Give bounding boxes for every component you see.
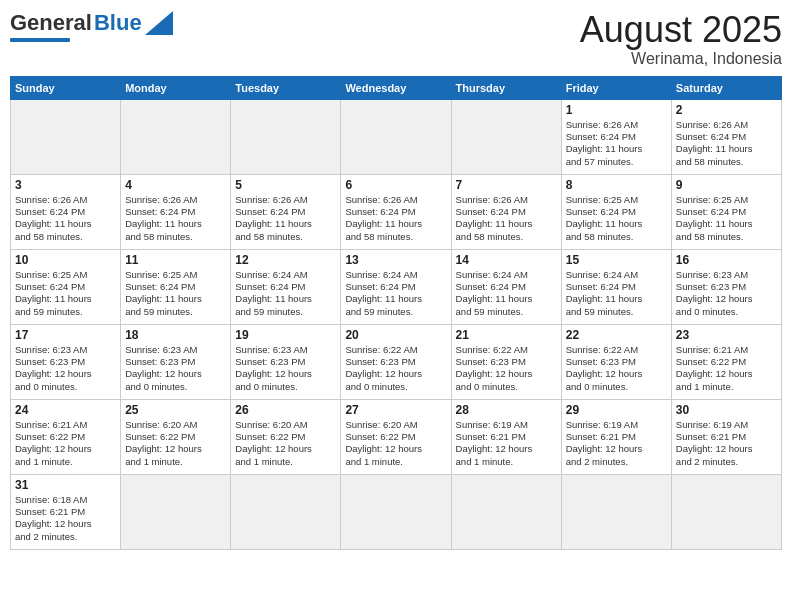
calendar-cell xyxy=(341,99,451,174)
calendar-cell xyxy=(451,474,561,549)
day-number: 5 xyxy=(235,178,336,192)
day-info: Sunrise: 6:22 AM Sunset: 6:23 PM Dayligh… xyxy=(566,344,667,393)
calendar-table: SundayMondayTuesdayWednesdayThursdayFrid… xyxy=(10,76,782,550)
day-info: Sunrise: 6:25 AM Sunset: 6:24 PM Dayligh… xyxy=(566,194,667,243)
day-info: Sunrise: 6:19 AM Sunset: 6:21 PM Dayligh… xyxy=(676,419,777,468)
day-header-thursday: Thursday xyxy=(451,76,561,99)
day-number: 3 xyxy=(15,178,116,192)
day-number: 8 xyxy=(566,178,667,192)
calendar-week-row: 17Sunrise: 6:23 AM Sunset: 6:23 PM Dayli… xyxy=(11,324,782,399)
day-number: 28 xyxy=(456,403,557,417)
calendar-cell: 28Sunrise: 6:19 AM Sunset: 6:21 PM Dayli… xyxy=(451,399,561,474)
day-number: 22 xyxy=(566,328,667,342)
day-info: Sunrise: 6:20 AM Sunset: 6:22 PM Dayligh… xyxy=(345,419,446,468)
logo-underline xyxy=(10,38,70,42)
calendar-cell: 3Sunrise: 6:26 AM Sunset: 6:24 PM Daylig… xyxy=(11,174,121,249)
svg-marker-0 xyxy=(145,11,173,35)
day-info: Sunrise: 6:24 AM Sunset: 6:24 PM Dayligh… xyxy=(566,269,667,318)
calendar-cell: 9Sunrise: 6:25 AM Sunset: 6:24 PM Daylig… xyxy=(671,174,781,249)
calendar-week-row: 3Sunrise: 6:26 AM Sunset: 6:24 PM Daylig… xyxy=(11,174,782,249)
day-info: Sunrise: 6:26 AM Sunset: 6:24 PM Dayligh… xyxy=(345,194,446,243)
calendar-cell xyxy=(121,474,231,549)
calendar-cell xyxy=(451,99,561,174)
day-number: 4 xyxy=(125,178,226,192)
calendar-header-row: SundayMondayTuesdayWednesdayThursdayFrid… xyxy=(11,76,782,99)
day-info: Sunrise: 6:21 AM Sunset: 6:22 PM Dayligh… xyxy=(15,419,116,468)
day-header-sunday: Sunday xyxy=(11,76,121,99)
logo-triangle-icon xyxy=(145,11,173,35)
calendar-cell: 7Sunrise: 6:26 AM Sunset: 6:24 PM Daylig… xyxy=(451,174,561,249)
logo-blue-text: Blue xyxy=(94,10,142,36)
day-header-wednesday: Wednesday xyxy=(341,76,451,99)
day-number: 31 xyxy=(15,478,116,492)
day-info: Sunrise: 6:24 AM Sunset: 6:24 PM Dayligh… xyxy=(456,269,557,318)
calendar-cell xyxy=(121,99,231,174)
day-number: 12 xyxy=(235,253,336,267)
day-number: 13 xyxy=(345,253,446,267)
day-number: 20 xyxy=(345,328,446,342)
day-number: 6 xyxy=(345,178,446,192)
day-number: 10 xyxy=(15,253,116,267)
calendar-cell: 23Sunrise: 6:21 AM Sunset: 6:22 PM Dayli… xyxy=(671,324,781,399)
calendar-cell: 19Sunrise: 6:23 AM Sunset: 6:23 PM Dayli… xyxy=(231,324,341,399)
calendar-week-row: 31Sunrise: 6:18 AM Sunset: 6:21 PM Dayli… xyxy=(11,474,782,549)
calendar-cell: 1Sunrise: 6:26 AM Sunset: 6:24 PM Daylig… xyxy=(561,99,671,174)
logo-general-text: General xyxy=(10,10,92,36)
calendar-cell: 2Sunrise: 6:26 AM Sunset: 6:24 PM Daylig… xyxy=(671,99,781,174)
day-info: Sunrise: 6:18 AM Sunset: 6:21 PM Dayligh… xyxy=(15,494,116,543)
day-info: Sunrise: 6:20 AM Sunset: 6:22 PM Dayligh… xyxy=(235,419,336,468)
day-number: 16 xyxy=(676,253,777,267)
day-info: Sunrise: 6:25 AM Sunset: 6:24 PM Dayligh… xyxy=(676,194,777,243)
day-number: 23 xyxy=(676,328,777,342)
day-info: Sunrise: 6:23 AM Sunset: 6:23 PM Dayligh… xyxy=(676,269,777,318)
day-number: 2 xyxy=(676,103,777,117)
day-number: 7 xyxy=(456,178,557,192)
day-header-saturday: Saturday xyxy=(671,76,781,99)
day-info: Sunrise: 6:26 AM Sunset: 6:24 PM Dayligh… xyxy=(456,194,557,243)
day-number: 25 xyxy=(125,403,226,417)
calendar-cell xyxy=(231,474,341,549)
day-number: 18 xyxy=(125,328,226,342)
day-header-tuesday: Tuesday xyxy=(231,76,341,99)
day-number: 9 xyxy=(676,178,777,192)
day-info: Sunrise: 6:21 AM Sunset: 6:22 PM Dayligh… xyxy=(676,344,777,393)
calendar-cell: 14Sunrise: 6:24 AM Sunset: 6:24 PM Dayli… xyxy=(451,249,561,324)
calendar-cell: 4Sunrise: 6:26 AM Sunset: 6:24 PM Daylig… xyxy=(121,174,231,249)
day-info: Sunrise: 6:26 AM Sunset: 6:24 PM Dayligh… xyxy=(15,194,116,243)
calendar-week-row: 24Sunrise: 6:21 AM Sunset: 6:22 PM Dayli… xyxy=(11,399,782,474)
day-info: Sunrise: 6:24 AM Sunset: 6:24 PM Dayligh… xyxy=(345,269,446,318)
logo: General Blue xyxy=(10,10,173,42)
calendar-cell: 10Sunrise: 6:25 AM Sunset: 6:24 PM Dayli… xyxy=(11,249,121,324)
day-number: 17 xyxy=(15,328,116,342)
calendar-cell: 6Sunrise: 6:26 AM Sunset: 6:24 PM Daylig… xyxy=(341,174,451,249)
day-info: Sunrise: 6:23 AM Sunset: 6:23 PM Dayligh… xyxy=(125,344,226,393)
day-info: Sunrise: 6:25 AM Sunset: 6:24 PM Dayligh… xyxy=(15,269,116,318)
day-number: 11 xyxy=(125,253,226,267)
day-number: 1 xyxy=(566,103,667,117)
day-info: Sunrise: 6:24 AM Sunset: 6:24 PM Dayligh… xyxy=(235,269,336,318)
day-header-friday: Friday xyxy=(561,76,671,99)
calendar-cell: 5Sunrise: 6:26 AM Sunset: 6:24 PM Daylig… xyxy=(231,174,341,249)
day-info: Sunrise: 6:22 AM Sunset: 6:23 PM Dayligh… xyxy=(456,344,557,393)
calendar-cell: 27Sunrise: 6:20 AM Sunset: 6:22 PM Dayli… xyxy=(341,399,451,474)
day-info: Sunrise: 6:26 AM Sunset: 6:24 PM Dayligh… xyxy=(125,194,226,243)
calendar-cell: 8Sunrise: 6:25 AM Sunset: 6:24 PM Daylig… xyxy=(561,174,671,249)
day-info: Sunrise: 6:22 AM Sunset: 6:23 PM Dayligh… xyxy=(345,344,446,393)
calendar-cell: 16Sunrise: 6:23 AM Sunset: 6:23 PM Dayli… xyxy=(671,249,781,324)
day-number: 30 xyxy=(676,403,777,417)
calendar-cell: 11Sunrise: 6:25 AM Sunset: 6:24 PM Dayli… xyxy=(121,249,231,324)
calendar-cell xyxy=(671,474,781,549)
day-info: Sunrise: 6:23 AM Sunset: 6:23 PM Dayligh… xyxy=(235,344,336,393)
calendar-cell xyxy=(341,474,451,549)
calendar-cell: 22Sunrise: 6:22 AM Sunset: 6:23 PM Dayli… xyxy=(561,324,671,399)
calendar-cell: 21Sunrise: 6:22 AM Sunset: 6:23 PM Dayli… xyxy=(451,324,561,399)
title-block: August 2025 Werinama, Indonesia xyxy=(580,10,782,68)
calendar-cell: 29Sunrise: 6:19 AM Sunset: 6:21 PM Dayli… xyxy=(561,399,671,474)
calendar-cell: 30Sunrise: 6:19 AM Sunset: 6:21 PM Dayli… xyxy=(671,399,781,474)
calendar-cell: 13Sunrise: 6:24 AM Sunset: 6:24 PM Dayli… xyxy=(341,249,451,324)
day-info: Sunrise: 6:26 AM Sunset: 6:24 PM Dayligh… xyxy=(676,119,777,168)
day-number: 21 xyxy=(456,328,557,342)
calendar-cell: 20Sunrise: 6:22 AM Sunset: 6:23 PM Dayli… xyxy=(341,324,451,399)
calendar-cell: 31Sunrise: 6:18 AM Sunset: 6:21 PM Dayli… xyxy=(11,474,121,549)
calendar-cell: 26Sunrise: 6:20 AM Sunset: 6:22 PM Dayli… xyxy=(231,399,341,474)
